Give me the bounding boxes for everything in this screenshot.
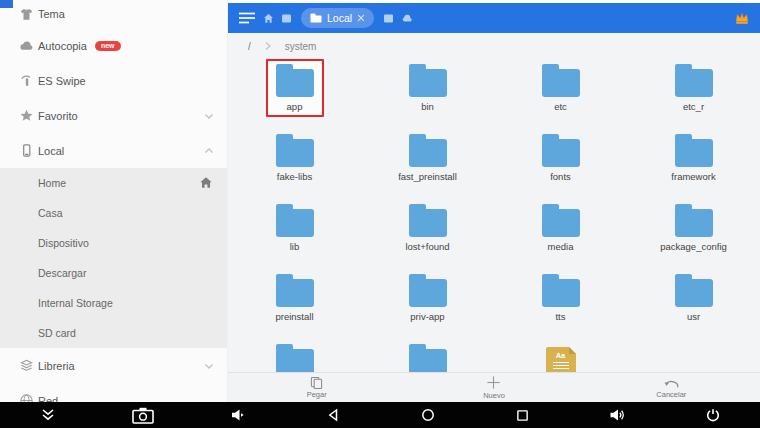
crown-icon[interactable] [734,11,750,25]
cancel-button[interactable]: Cancelar [583,373,760,402]
folder-icon [276,69,314,97]
tab-label: Local [327,12,352,24]
cloud-icon[interactable] [401,13,413,23]
sidebar-item-descargar[interactable]: Descargar [0,258,227,288]
sidebar-item-internal-storage[interactable]: Internal Storage [0,288,227,318]
hide-navbar-button[interactable] [28,402,68,428]
sidebar-item-home[interactable]: Home [0,168,227,198]
swipe-icon [18,73,34,89]
folder-icon [542,69,580,97]
folder-icon [409,139,447,167]
sidebar-item-red[interactable]: Red [0,383,227,402]
folder-icon [409,349,447,372]
globe-icon [18,393,34,403]
file-item-fake-libs[interactable]: fake-libs [228,129,361,199]
sidebar-item-dispositivo[interactable]: Dispositivo [0,228,227,258]
sidebar-item-autocopia[interactable]: Autocopia new [0,28,227,63]
file-item-app[interactable]: app [228,59,361,129]
sidebar-item-libreria[interactable]: Libreria [0,348,227,383]
txt-file-icon: Aa TXT [546,347,576,372]
home-icon[interactable] [263,13,274,24]
sidebar-item-label: Local [38,145,64,157]
file-item-preinstall[interactable]: preinstall [228,269,361,339]
recents-button[interactable] [503,402,543,428]
tab-local[interactable]: Local [301,8,374,28]
app-header: Local [228,3,760,33]
folder-icon [542,209,580,237]
layers-icon [18,358,34,374]
file-item[interactable] [361,339,494,372]
chevron-up-icon [203,145,215,157]
file-item-txt[interactable]: Aa TXT [494,339,627,372]
file-item-framework[interactable]: framework [627,129,760,199]
undo-icon [663,377,680,389]
sidebar-item-tema[interactable]: Tema [0,0,227,28]
folder-icon [310,9,322,27]
file-item-etc_r[interactable]: etc_r [627,59,760,129]
paste-button[interactable]: Pegar [228,373,405,402]
status-chip [0,0,13,8]
file-item-fonts[interactable]: fonts [494,129,627,199]
file-item-etc[interactable]: etc [494,59,627,129]
folder-icon [675,209,713,237]
folder-icon [675,139,713,167]
breadcrumb-current[interactable]: system [285,41,317,52]
paste-icon [310,376,323,389]
window-icon[interactable] [383,13,394,24]
breadcrumb: / system [228,33,760,59]
home-button[interactable] [408,402,448,428]
file-item-usr[interactable]: usr [627,269,760,339]
chevron-down-icon [203,360,215,372]
android-navbar [0,402,760,428]
sidebar-item-label: Tema [38,8,65,20]
file-item-fast_preinstall[interactable]: fast_preinstall [361,129,494,199]
power-button[interactable] [693,402,733,428]
home-icon [199,176,213,190]
sidebar-item-es-swipe[interactable]: ES Swipe [0,63,227,98]
volume-down-button[interactable] [218,402,258,428]
shirt-icon [18,6,34,22]
sidebar-item-label: Autocopia [38,40,87,52]
es-file-explorer: Tema Autocopia new ES Swipe Favorito [0,0,760,428]
screenshot-camera-button[interactable] [123,402,163,428]
sidebar: Tema Autocopia new ES Swipe Favorito [0,0,228,402]
folder-icon [675,69,713,97]
file-item-lost-found[interactable]: lost+found [361,199,494,269]
folder-icon [409,209,447,237]
window-icon[interactable] [281,13,292,24]
chevron-right-icon [264,41,272,51]
file-item-tts[interactable]: tts [494,269,627,339]
selection-highlight: app [266,59,324,117]
menu-icon[interactable] [238,11,256,25]
new-button[interactable]: Nuevo [405,373,582,402]
main-panel: Local / s [228,0,760,402]
plus-icon [486,375,501,390]
chevron-down-icon [203,110,215,122]
sidebar-item-local[interactable]: Local [0,133,227,168]
file-item-package_config[interactable]: package_config [627,199,760,269]
sidebar-item-label: Libreria [38,360,75,372]
file-item-bin[interactable]: bin [361,59,494,129]
close-icon[interactable] [357,14,365,22]
folder-icon [276,209,314,237]
sidebar-item-favorito[interactable]: Favorito [0,98,227,133]
file-item-priv-app[interactable]: priv-app [361,269,494,339]
file-grid: app bin etc etc_r fake-libs [228,59,760,372]
folder-icon [276,349,314,372]
breadcrumb-root[interactable]: / [248,41,251,52]
sidebar-item-sd-card[interactable]: SD card [0,318,227,348]
folder-icon [276,279,314,307]
local-children: Home Casa Dispositivo Descargar Internal… [0,168,227,348]
file-item-lib[interactable]: lib [228,199,361,269]
file-item[interactable] [228,339,361,372]
sidebar-item-casa[interactable]: Casa [0,198,227,228]
phone-icon [18,143,34,159]
back-button[interactable] [313,402,353,428]
sidebar-item-label: Favorito [38,110,78,122]
sidebar-item-label: ES Swipe [38,75,86,87]
folder-icon [542,139,580,167]
volume-up-button[interactable] [598,402,638,428]
file-item-media[interactable]: media [494,199,627,269]
star-icon [18,108,34,124]
folder-icon [542,279,580,307]
